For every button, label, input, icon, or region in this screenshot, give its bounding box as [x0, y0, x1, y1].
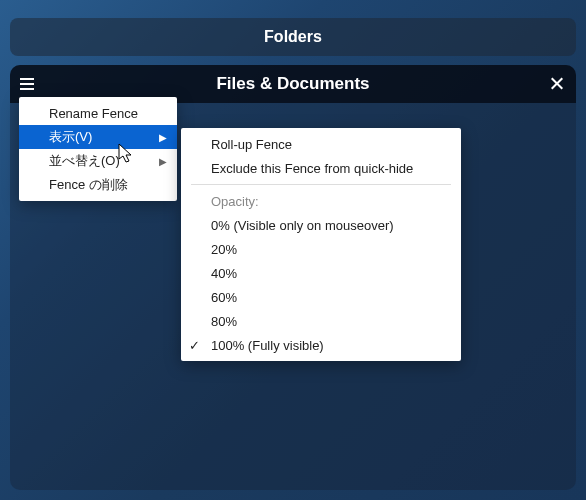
menu-item-exclude-quickhide[interactable]: Exclude this Fence from quick-hide	[181, 156, 461, 180]
menu-item-label: 並べ替え(O)	[49, 152, 120, 170]
menu-item-label: 0% (Visible only on mouseover)	[211, 218, 394, 233]
menu-item-rename-fence[interactable]: Rename Fence	[19, 101, 177, 125]
menu-item-label: Roll-up Fence	[211, 137, 292, 152]
chevron-right-icon: ▶	[159, 132, 167, 143]
chevron-right-icon: ▶	[159, 156, 167, 167]
menu-item-label: 60%	[211, 290, 237, 305]
menu-item-sort[interactable]: 並べ替え(O) ▶	[19, 149, 177, 173]
menu-header-opacity: Opacity:	[181, 189, 461, 213]
menu-item-label: Exclude this Fence from quick-hide	[211, 161, 413, 176]
menu-item-opacity-60[interactable]: 60%	[181, 285, 461, 309]
menu-item-label: 表示(V)	[49, 128, 92, 146]
menu-item-rollup[interactable]: Roll-up Fence	[181, 132, 461, 156]
context-menu-primary: Rename Fence 表示(V) ▶ 並べ替え(O) ▶ Fence の削除	[19, 97, 177, 201]
check-icon: ✓	[189, 338, 200, 353]
menu-item-opacity-0[interactable]: 0% (Visible only on mouseover)	[181, 213, 461, 237]
fence-title: Files & Documents	[38, 74, 548, 94]
menu-item-label: 80%	[211, 314, 237, 329]
menu-item-delete-fence[interactable]: Fence の削除	[19, 173, 177, 197]
hamburger-icon[interactable]	[20, 75, 38, 93]
menu-item-opacity-100[interactable]: ✓ 100% (Fully visible)	[181, 333, 461, 357]
menu-item-opacity-80[interactable]: 80%	[181, 309, 461, 333]
menu-item-label: 20%	[211, 242, 237, 257]
menu-item-opacity-20[interactable]: 20%	[181, 237, 461, 261]
menu-item-label: Rename Fence	[49, 106, 138, 121]
menu-item-label: Fence の削除	[49, 176, 128, 194]
folders-bar[interactable]: Folders	[10, 18, 576, 56]
menu-item-opacity-40[interactable]: 40%	[181, 261, 461, 285]
menu-item-view[interactable]: 表示(V) ▶	[19, 125, 177, 149]
context-menu-view-submenu: Roll-up Fence Exclude this Fence from qu…	[181, 128, 461, 361]
menu-item-label: 100% (Fully visible)	[211, 338, 324, 353]
close-icon[interactable]	[548, 75, 566, 93]
menu-separator	[191, 184, 451, 185]
folders-bar-label: Folders	[264, 28, 322, 46]
menu-item-label: 40%	[211, 266, 237, 281]
